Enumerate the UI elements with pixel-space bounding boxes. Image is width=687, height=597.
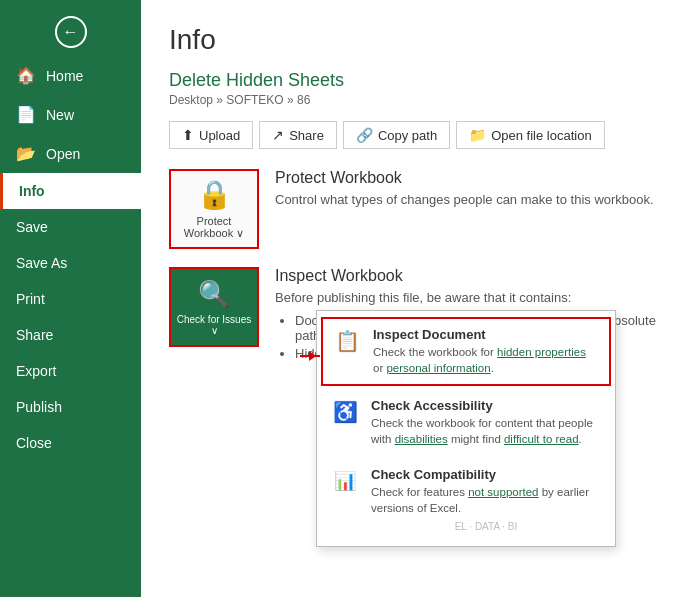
check-compatibility-title: Check Compatibility xyxy=(371,467,601,482)
protect-workbook-text: Protect Workbook Control what types of c… xyxy=(275,169,654,209)
inspect-document-description: Check the workbook for hidden properties… xyxy=(373,344,599,376)
protect-workbook-icon: 🔒 xyxy=(197,178,232,211)
sidebar: ← 🏠 Home 📄 New 📂 Open Info Save Save As … xyxy=(0,0,141,597)
inspect-workbook-description: Before publishing this file, be aware th… xyxy=(275,289,659,307)
sidebar-item-save[interactable]: Save xyxy=(0,209,141,245)
protect-workbook-button[interactable]: 🔒 Protect Workbook ∨ xyxy=(169,169,259,249)
sidebar-item-print-label: Print xyxy=(16,291,45,307)
check-for-issues-button[interactable]: 🔍 Check for Issues ∨ xyxy=(169,267,259,347)
file-title: Delete Hidden Sheets xyxy=(169,70,659,91)
inspect-document-title: Inspect Document xyxy=(373,327,599,342)
check-accessibility-title: Check Accessibility xyxy=(371,398,601,413)
check-accessibility-icon: ♿ xyxy=(331,398,359,426)
sidebar-item-share-label: Share xyxy=(16,327,53,343)
protect-workbook-description: Control what types of changes people can… xyxy=(275,191,654,209)
sidebar-item-save-label: Save xyxy=(16,219,48,235)
sidebar-item-open[interactable]: 📂 Open xyxy=(0,134,141,173)
action-buttons: ⬆ Upload ↗ Share 🔗 Copy path 📁 Open file… xyxy=(169,121,659,149)
check-accessibility-item[interactable]: ♿ Check Accessibility Check the workbook… xyxy=(317,388,615,457)
sidebar-item-export-label: Export xyxy=(16,363,56,379)
inspect-document-content: Inspect Document Check the workbook for … xyxy=(373,327,599,376)
copy-path-icon: 🔗 xyxy=(356,127,373,143)
upload-label: Upload xyxy=(199,128,240,143)
share-icon: ↗ xyxy=(272,127,284,143)
open-file-location-label: Open file location xyxy=(491,128,591,143)
upload-icon: ⬆ xyxy=(182,127,194,143)
inspect-document-item[interactable]: 📋 Inspect Document Check the workbook fo… xyxy=(321,317,611,386)
sidebar-item-close-label: Close xyxy=(16,435,52,451)
check-compatibility-description: Check for features not supported by earl… xyxy=(371,484,601,516)
copy-path-button[interactable]: 🔗 Copy path xyxy=(343,121,450,149)
copy-path-label: Copy path xyxy=(378,128,437,143)
open-file-location-button[interactable]: 📁 Open file location xyxy=(456,121,604,149)
red-arrow xyxy=(300,355,320,357)
home-icon: 🏠 xyxy=(16,66,36,85)
page-title: Info xyxy=(169,24,659,56)
check-issues-icon: 🔍 xyxy=(198,279,230,310)
sidebar-item-publish[interactable]: Publish xyxy=(0,389,141,425)
back-button[interactable]: ← xyxy=(0,0,141,56)
sidebar-item-save-as-label: Save As xyxy=(16,255,67,271)
sidebar-item-home-label: Home xyxy=(46,68,83,84)
share-label: Share xyxy=(289,128,324,143)
sidebar-item-save-as[interactable]: Save As xyxy=(0,245,141,281)
open-icon: 📂 xyxy=(16,144,36,163)
sidebar-item-close[interactable]: Close xyxy=(0,425,141,461)
sidebar-item-home[interactable]: 🏠 Home xyxy=(0,56,141,95)
sidebar-item-export[interactable]: Export xyxy=(0,353,141,389)
share-button[interactable]: ↗ Share xyxy=(259,121,337,149)
inspect-document-icon: 📋 xyxy=(333,327,361,355)
new-icon: 📄 xyxy=(16,105,36,124)
main-content: Info Delete Hidden Sheets Desktop » SOFT… xyxy=(141,0,687,597)
sidebar-item-info-label: Info xyxy=(19,183,45,199)
back-circle-icon: ← xyxy=(55,16,87,48)
protect-workbook-section: 🔒 Protect Workbook ∨ Protect Workbook Co… xyxy=(169,169,659,249)
check-compatibility-icon: 📊 xyxy=(331,467,359,495)
watermark: EL · DATA · BI xyxy=(371,521,601,532)
sidebar-item-print[interactable]: Print xyxy=(0,281,141,317)
sidebar-item-new[interactable]: 📄 New xyxy=(0,95,141,134)
upload-button[interactable]: ⬆ Upload xyxy=(169,121,253,149)
sidebar-item-open-label: Open xyxy=(46,146,80,162)
check-compatibility-content: Check Compatibility Check for features n… xyxy=(371,467,601,531)
sidebar-item-new-label: New xyxy=(46,107,74,123)
sidebar-item-publish-label: Publish xyxy=(16,399,62,415)
check-accessibility-content: Check Accessibility Check the workbook f… xyxy=(371,398,601,447)
check-compatibility-item[interactable]: 📊 Check Compatibility Check for features… xyxy=(317,457,615,541)
check-for-issues-label: Check for Issues ∨ xyxy=(171,314,257,336)
sidebar-item-info[interactable]: Info xyxy=(0,173,141,209)
sidebar-item-share[interactable]: Share xyxy=(0,317,141,353)
protect-workbook-title: Protect Workbook xyxy=(275,169,654,187)
open-file-location-icon: 📁 xyxy=(469,127,486,143)
breadcrumb: Desktop » SOFTEKO » 86 xyxy=(169,93,659,107)
inspect-workbook-title: Inspect Workbook xyxy=(275,267,659,285)
check-accessibility-description: Check the workbook for content that peop… xyxy=(371,415,601,447)
protect-workbook-button-label: Protect Workbook ∨ xyxy=(171,215,257,240)
dropdown-panel: 📋 Inspect Document Check the workbook fo… xyxy=(316,310,616,547)
